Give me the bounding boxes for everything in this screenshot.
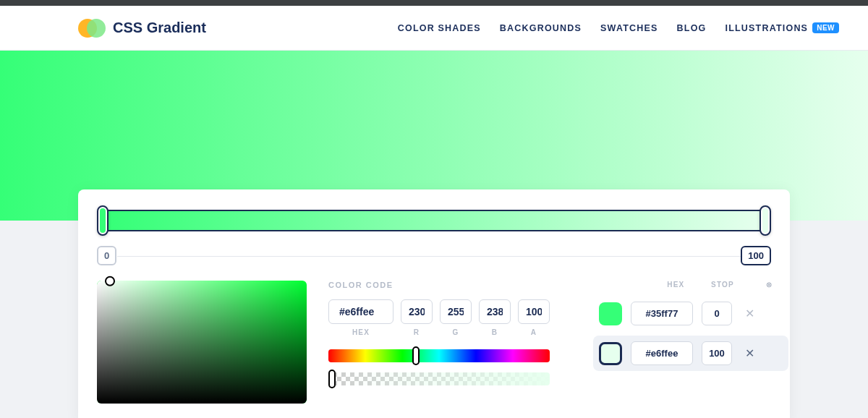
site-title: CSS Gradient [113, 20, 206, 36]
saturation-value-picker[interactable] [97, 281, 307, 404]
stop-position-row: 0 100 [97, 246, 771, 268]
stop-pos-1[interactable] [702, 341, 732, 365]
delete-stop-0[interactable]: ✕ [741, 305, 758, 323]
browser-chrome-strip [0, 0, 868, 6]
stop-swatch-1[interactable] [599, 342, 622, 365]
alpha-handle[interactable] [328, 370, 336, 388]
stop-pos-0[interactable] [702, 302, 732, 325]
b-input[interactable] [479, 299, 511, 324]
stop-row-1[interactable]: ✕ [593, 336, 788, 371]
main-nav: COLOR SHADES BACKGROUNDS SWATCHES BLOG I… [398, 22, 839, 33]
nav-color-shades[interactable]: COLOR SHADES [398, 23, 481, 33]
site-header: CSS Gradient COLOR SHADES BACKGROUNDS SW… [0, 6, 868, 51]
logo[interactable]: CSS Gradient [78, 18, 206, 38]
sv-cursor[interactable] [105, 276, 115, 286]
g-input[interactable] [440, 299, 472, 324]
gradient-stop-handle-1[interactable] [760, 205, 771, 236]
nav-illustrations[interactable]: ILLUSTRATIONS NEW [725, 22, 839, 33]
close-icon: ✕ [745, 346, 754, 360]
stop-hex-0[interactable] [631, 302, 693, 325]
hue-handle[interactable] [412, 346, 420, 365]
delete-stop-1[interactable]: ✕ [741, 345, 758, 362]
hex-input[interactable] [328, 299, 393, 324]
new-badge: NEW [812, 22, 839, 33]
nav-backgrounds[interactable]: BACKGROUNDS [500, 23, 582, 33]
color-code-label: COLOR CODE [328, 281, 550, 289]
color-code-block: COLOR CODE HEX R G B A [328, 281, 550, 404]
gradient-slider[interactable] [97, 205, 771, 236]
hue-slider[interactable] [328, 349, 550, 362]
stop-position-left[interactable]: 0 [97, 246, 116, 265]
alpha-slider[interactable] [328, 372, 550, 385]
stop-position-right[interactable]: 100 [741, 246, 771, 265]
stop-hex-1[interactable] [631, 341, 693, 365]
gradient-stop-handle-0[interactable] [97, 205, 109, 236]
stops-list: HEX STOP ⊗ ✕ ✕ [593, 281, 788, 404]
editor-panel: 0 100 COLOR CODE HEX R G B A [78, 189, 790, 418]
nav-blog[interactable]: BLOG [677, 23, 707, 33]
stop-swatch-0[interactable] [599, 302, 622, 325]
logo-icon [78, 18, 106, 38]
a-input[interactable] [518, 299, 550, 324]
r-input[interactable] [401, 299, 433, 324]
close-icon: ✕ [745, 307, 754, 320]
stop-row-0[interactable]: ✕ [593, 296, 788, 331]
nav-swatches[interactable]: SWATCHES [600, 23, 658, 33]
gradient-track [103, 210, 765, 231]
